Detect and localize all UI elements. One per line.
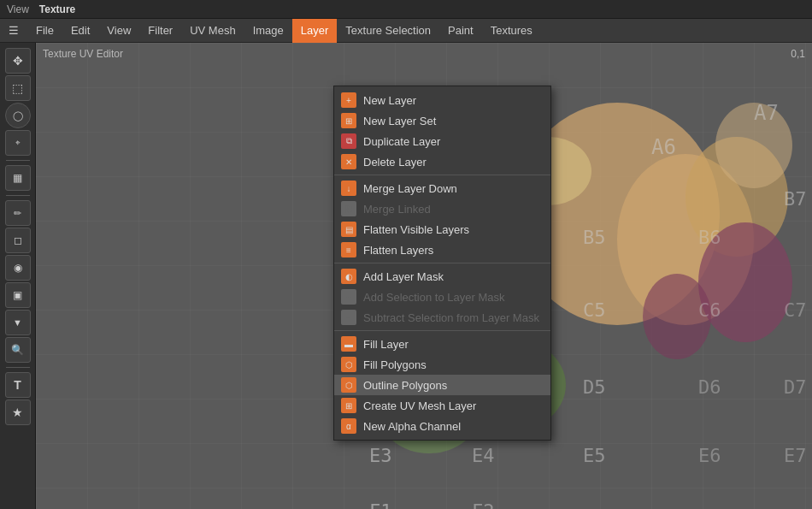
svg-text:B7: B7	[784, 188, 807, 210]
flatten-layers-icon: ≡	[341, 242, 356, 257]
svg-text:E4: E4	[472, 445, 495, 466]
menu-file[interactable]: File	[27, 19, 62, 43]
menu-item-flatten-layers[interactable]: ≡ Flatten Layers	[334, 240, 550, 260]
subtract-selection-from-mask-icon: −	[341, 310, 356, 325]
merge-layer-down-icon: ↓	[341, 181, 356, 196]
menu-item-outline-polygons[interactable]: ⬡ Outline Polygons	[334, 375, 550, 395]
toolbar-divider-1	[6, 160, 30, 161]
add-layer-mask-icon: ◐	[341, 269, 356, 284]
left-toolbar: ✥ ⬚ ◯ ⌖ ▦ ✏ ◻ ◉ ▣ ▼ 🔍 T ★	[0, 43, 36, 509]
add-selection-to-mask-icon: +	[341, 289, 356, 305]
main-area: ✥ ⬚ ◯ ⌖ ▦ ✏ ◻ ◉ ▣ ▼ 🔍 T ★ Texture UV Edi…	[0, 43, 812, 509]
uv-editor-coords: 0,1	[791, 48, 805, 60]
tool-lasso[interactable]: ⌖	[5, 130, 31, 156]
separator-3	[334, 330, 550, 331]
new-layer-set-icon: ⊞	[341, 113, 356, 128]
menu-uv-mesh[interactable]: UV Mesh	[181, 19, 244, 43]
new-layer-icon: +	[341, 92, 356, 108]
tool-select-rect[interactable]: ⬚	[5, 75, 31, 101]
svg-text:F2: F2	[472, 500, 495, 509]
tool-eraser[interactable]: ◻	[5, 228, 31, 253]
duplicate-layer-icon: ⧉	[341, 133, 356, 149]
menu-image[interactable]: Image	[244, 19, 292, 43]
menu-item-fill-polygons[interactable]: ⬡ Fill Polygons	[334, 354, 550, 375]
outline-polygons-icon: ⬡	[341, 377, 356, 393]
tool-bucket[interactable]: ▼	[5, 310, 31, 335]
merge-linked-icon: ⛓	[341, 201, 356, 216]
tool-checkerboard[interactable]: ▦	[5, 165, 31, 191]
svg-text:D7: D7	[784, 376, 807, 398]
tool-stamp[interactable]: ◉	[5, 255, 31, 281]
separator-1	[334, 175, 550, 175]
toolbar-divider-2	[6, 195, 30, 196]
tool-text[interactable]: T	[5, 372, 31, 398]
top-bar: View Texture	[0, 0, 812, 19]
content-panel: Texture UV Editor 0,1	[36, 43, 812, 509]
menu-edit[interactable]: Edit	[62, 19, 98, 43]
svg-text:F1: F1	[369, 500, 392, 509]
menu-layer[interactable]: Layer	[292, 19, 338, 43]
menu-item-create-uv-mesh-layer[interactable]: ⊞ Create UV Mesh Layer	[334, 395, 550, 416]
svg-text:C6: C6	[698, 299, 721, 321]
top-bar-value: Texture	[39, 3, 75, 15]
svg-text:B5: B5	[583, 227, 606, 248]
toolbar-divider-3	[6, 367, 30, 368]
svg-text:E6: E6	[698, 445, 721, 466]
svg-text:D6: D6	[698, 376, 721, 398]
separator-2	[334, 263, 550, 263]
svg-text:B6: B6	[698, 227, 721, 248]
menu-item-merge-layer-down[interactable]: ↓ Merge Layer Down	[334, 178, 550, 198]
menu-item-new-alpha-channel[interactable]: α New Alpha Channel	[334, 416, 550, 436]
tool-move[interactable]: ✥	[5, 48, 31, 74]
top-bar-label: View	[7, 3, 29, 15]
flatten-visible-layers-icon: ▤	[341, 222, 356, 237]
create-uv-mesh-layer-icon: ⊞	[341, 398, 356, 413]
menu-item-new-layer[interactable]: + New Layer	[334, 90, 550, 110]
menu-item-new-layer-set[interactable]: ⊞ New Layer Set	[334, 110, 550, 131]
tool-eyedropper[interactable]: 🔍	[5, 337, 31, 363]
fill-layer-icon: ▬	[341, 336, 356, 352]
menu-filter[interactable]: Filter	[139, 19, 181, 43]
menu-item-flatten-visible-layers[interactable]: ▤ Flatten Visible Layers	[334, 219, 550, 240]
menu-item-fill-layer[interactable]: ▬ Fill Layer	[334, 334, 550, 354]
tool-draw[interactable]: ✏	[5, 200, 31, 226]
svg-text:C5: C5	[583, 299, 606, 321]
svg-text:A7: A7	[754, 101, 779, 125]
tool-star[interactable]: ★	[5, 400, 31, 425]
layer-dropdown-menu: + New Layer ⊞ New Layer Set ⧉ Duplicate …	[333, 86, 551, 441]
fill-polygons-icon: ⬡	[341, 357, 356, 372]
svg-text:D5: D5	[583, 376, 606, 398]
menu-item-delete-layer[interactable]: ✕ Delete Layer	[334, 151, 550, 172]
menu-item-add-layer-mask[interactable]: ◐ Add Layer Mask	[334, 266, 550, 287]
menu-item-add-selection-to-layer-mask: + Add Selection to Layer Mask	[334, 287, 550, 307]
tool-select-circle[interactable]: ◯	[5, 103, 31, 128]
tool-gradient[interactable]: ▣	[5, 282, 31, 308]
menu-bar: ☰ File Edit View Filter UV Mesh Image La…	[0, 19, 812, 43]
svg-text:E7: E7	[784, 445, 807, 466]
menu-hamburger[interactable]: ☰	[0, 19, 27, 43]
svg-text:E5: E5	[583, 445, 606, 466]
uv-editor-label: Texture UV Editor	[43, 48, 123, 60]
delete-layer-icon: ✕	[341, 154, 356, 169]
menu-textures[interactable]: Textures	[482, 19, 541, 43]
menu-paint[interactable]: Paint	[439, 19, 482, 43]
svg-text:E3: E3	[369, 445, 392, 466]
menu-item-duplicate-layer[interactable]: ⧉ Duplicate Layer	[334, 131, 550, 151]
menu-view[interactable]: View	[98, 19, 139, 43]
menu-texture-selection[interactable]: Texture Selection	[337, 19, 439, 43]
menu-item-merge-linked: ⛓ Merge Linked	[334, 198, 550, 219]
new-alpha-channel-icon: α	[341, 418, 356, 434]
menu-item-subtract-selection-from-layer-mask: − Subtract Selection from Layer Mask	[334, 307, 550, 328]
svg-text:A6: A6	[651, 135, 676, 159]
svg-text:C7: C7	[784, 299, 807, 321]
